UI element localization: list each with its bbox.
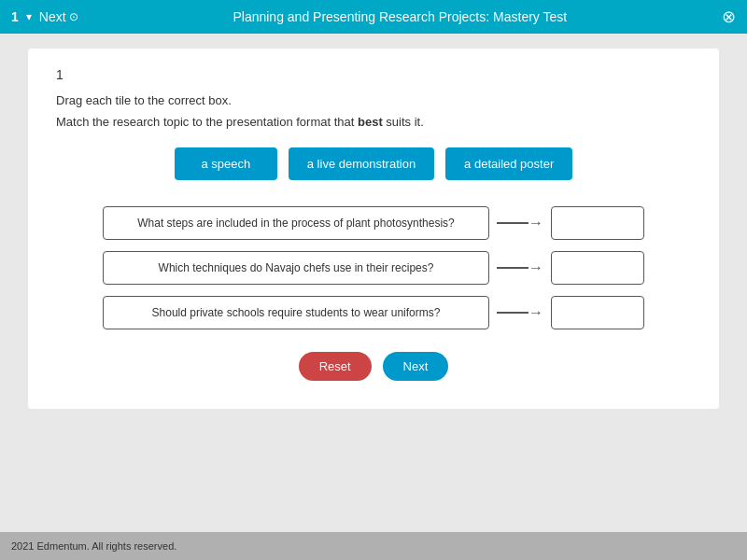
match-text-before: Match the research topic to the presenta… [56, 115, 358, 129]
arrow-2 [497, 259, 543, 276]
next-nav-button[interactable]: Next ⊙ [39, 9, 78, 24]
question-box-2: Which techniques do Navajo chefs use in … [103, 251, 489, 285]
close-button[interactable]: ⊗ [722, 7, 736, 27]
match-bold-word: best [358, 115, 383, 129]
next-nav-label: Next [39, 9, 66, 24]
next-nav-icon: ⊙ [69, 10, 78, 23]
question-number-indicator: 1 [11, 9, 19, 24]
question-card: 1 Drag each tile to the correct box. Mat… [28, 49, 719, 409]
arrow-1 [497, 215, 543, 231]
question-box-3: Should private schools require students … [103, 296, 489, 329]
drop-zone-3[interactable] [551, 296, 644, 329]
match-text-after: suits it. [383, 115, 424, 129]
top-bar-left: 1 ▾ Next ⊙ [11, 9, 78, 24]
tile-poster[interactable]: a detailed poster [445, 147, 572, 180]
question-row-2: Which techniques do Navajo chefs use in … [103, 251, 644, 285]
question-box-1: What steps are included in the process o… [103, 206, 489, 240]
match-text: Match the research topic to the presenta… [56, 115, 691, 129]
reset-button[interactable]: Reset [299, 352, 372, 381]
next-button[interactable]: Next [383, 352, 449, 381]
copyright-text: 2021 Edmentum. All rights reserved. [11, 540, 176, 552]
arrow-3 [497, 304, 543, 321]
page-title: Planning and Presenting Research Project… [86, 9, 714, 24]
buttons-row: Reset Next [56, 352, 691, 381]
chevron-down-icon[interactable]: ▾ [26, 10, 32, 23]
questions-section: What steps are included in the process o… [56, 206, 691, 329]
main-content: 1 Drag each tile to the correct box. Mat… [0, 34, 747, 532]
footer: 2021 Edmentum. All rights reserved. [0, 532, 747, 560]
top-bar: 1 ▾ Next ⊙ Planning and Presenting Resea… [0, 0, 747, 34]
drop-zone-1[interactable] [551, 206, 644, 240]
tile-speech[interactable]: a speech [175, 147, 277, 180]
question-row-1: What steps are included in the process o… [103, 206, 644, 240]
question-row-3: Should private schools require students … [103, 296, 644, 329]
tile-demonstration[interactable]: a live demonstration [289, 147, 434, 180]
close-icon: ⊗ [722, 7, 736, 26]
instruction-text: Drag each tile to the correct box. [56, 93, 691, 107]
tiles-row: a speech a live demonstration a detailed… [56, 147, 691, 180]
question-label: 1 [56, 67, 691, 82]
drop-zone-2[interactable] [551, 251, 644, 285]
